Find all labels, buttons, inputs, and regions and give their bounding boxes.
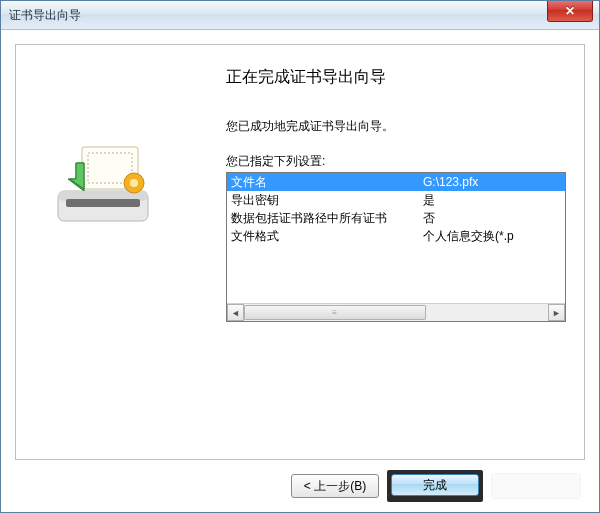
grip-icon: ≡ [332,308,338,317]
wizard-window: 证书导出向导 ✕ 正在完成证书导出向导 [0,0,600,513]
scroll-thumb[interactable]: ≡ [244,305,426,320]
finish-button[interactable]: 完成 [391,474,479,496]
settings-intro: 您已指定下列设置: [226,153,560,170]
finish-button-highlight: 完成 [387,470,483,502]
success-message: 您已成功地完成证书导出向导。 [226,118,560,135]
wizard-content: 正在完成证书导出向导 您已成功地完成证书导出向导。 您已指定下列设置: 文件名 … [226,67,560,322]
cell-label: 导出密钥 [227,191,421,209]
cell-label: 文件名 [227,173,421,191]
list-row[interactable]: 文件名 G:\123.pfx [227,173,565,191]
scroll-left-button[interactable]: ◄ [227,304,244,321]
list-row[interactable]: 数据包括证书路径中所有证书 否 [227,209,565,227]
list-row[interactable]: 导出密钥 是 [227,191,565,209]
window-body: 正在完成证书导出向导 您已成功地完成证书导出向导。 您已指定下列设置: 文件名 … [1,30,599,460]
titlebar: 证书导出向导 ✕ [1,1,599,30]
list-row[interactable]: 文件格式 个人信息交换(*.p [227,227,565,245]
cell-label: 文件格式 [227,227,421,245]
chevron-left-icon: ◄ [231,308,240,318]
svg-rect-2 [66,199,140,207]
chevron-right-icon: ► [552,308,561,318]
close-button[interactable]: ✕ [547,1,593,22]
close-icon: ✕ [565,4,575,18]
scroll-track[interactable]: ≡ [244,304,548,321]
cell-value: 是 [421,191,565,209]
wizard-footer: < 上一步(B) 完成 [1,460,599,512]
scroll-right-button[interactable]: ► [548,304,565,321]
certificate-export-icon [48,141,158,231]
svg-point-6 [130,179,138,187]
wizard-heading: 正在完成证书导出向导 [226,67,560,88]
cell-value: G:\123.pfx [421,173,565,191]
cell-label: 数据包括证书路径中所有证书 [227,209,421,227]
settings-listbox[interactable]: 文件名 G:\123.pfx 导出密钥 是 数据包括证书路径中所有证书 否 [226,172,566,322]
back-button[interactable]: < 上一步(B) [291,474,379,498]
horizontal-scrollbar[interactable]: ◄ ≡ ► [227,303,565,321]
window-title: 证书导出向导 [9,7,81,24]
cell-value: 否 [421,209,565,227]
disabled-button [491,473,581,499]
wizard-panel: 正在完成证书导出向导 您已成功地完成证书导出向导。 您已指定下列设置: 文件名 … [15,44,585,460]
list-inner: 文件名 G:\123.pfx 导出密钥 是 数据包括证书路径中所有证书 否 [227,173,565,303]
cell-value: 个人信息交换(*.p [421,227,565,245]
